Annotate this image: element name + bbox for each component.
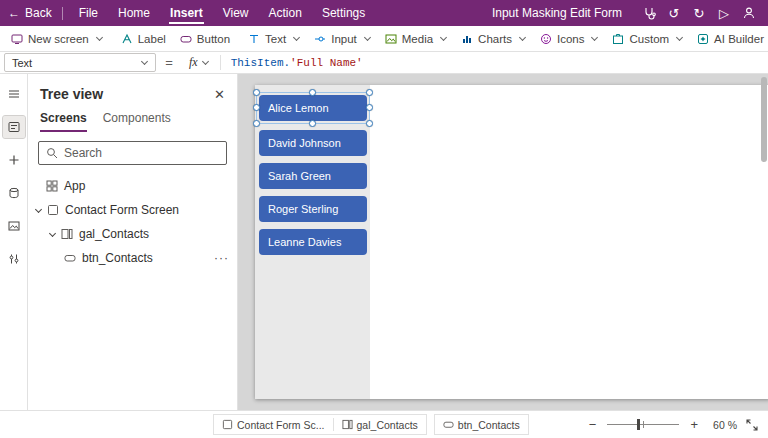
label-icon <box>121 33 133 45</box>
gallery-button[interactable]: Sarah Green <box>259 163 367 189</box>
zoom-slider-tick <box>643 421 644 428</box>
input-label: Input <box>331 33 357 45</box>
resize-handle-left[interactable] <box>253 104 260 111</box>
media-menu[interactable]: Media <box>378 26 454 51</box>
breadcrumb-button-tab[interactable]: btn_Contacts <box>434 414 529 435</box>
title-bar: ← Back File Home Insert View Action Sett… <box>0 0 768 26</box>
tree-item-label: App <box>64 179 85 193</box>
resize-handle-bottom[interactable] <box>309 120 316 127</box>
property-selector[interactable]: Text <box>4 53 156 72</box>
close-icon[interactable]: ✕ <box>214 87 225 102</box>
zoom-out-button[interactable]: − <box>587 417 599 432</box>
tree-item-app[interactable]: App <box>28 174 237 198</box>
gallery-button[interactable]: Leanne Davies <box>259 229 367 255</box>
search-icon <box>46 147 58 159</box>
zoom-percentage[interactable]: 60 % <box>709 419 737 431</box>
zoom-slider-thumb[interactable] <box>637 419 640 430</box>
chevron-down-icon <box>519 34 526 41</box>
menu-file[interactable]: File <box>69 0 108 26</box>
breadcrumb-gallery[interactable]: gal_Contacts <box>334 415 426 434</box>
new-screen-button[interactable]: New screen <box>4 26 110 51</box>
insert-plus-icon[interactable] <box>3 149 25 171</box>
text-icon <box>248 33 260 45</box>
scrollbar-thumb[interactable] <box>761 77 767 162</box>
formula-identifier: ThisItem. <box>231 57 290 69</box>
undo-icon[interactable]: ↺ <box>663 2 685 24</box>
expand-chevron-icon[interactable] <box>49 229 56 236</box>
charts-menu[interactable]: Charts <box>454 26 533 51</box>
custom-menu[interactable]: Custom <box>605 26 690 51</box>
resize-handle-top[interactable] <box>309 89 316 96</box>
chevron-down-icon <box>676 34 683 41</box>
text-label: Text <box>265 33 286 45</box>
screen-icon <box>47 204 59 216</box>
gallery-button-selected[interactable]: Alice Lemon <box>259 95 367 121</box>
hamburger-menu-icon[interactable] <box>3 83 25 105</box>
expand-chevron-icon[interactable] <box>35 205 42 212</box>
breadcrumb-screen[interactable]: Contact Form Sc... <box>214 415 333 434</box>
tree-search-box[interactable] <box>38 141 227 165</box>
ai-builder-menu[interactable]: AI Builder <box>690 26 768 51</box>
tree-view-icon[interactable] <box>3 116 25 138</box>
tab-screens[interactable]: Screens <box>40 108 87 132</box>
breadcrumb-label: gal_Contacts <box>357 419 418 431</box>
tree-search-input[interactable] <box>64 146 219 160</box>
breadcrumb-group: Contact Form Sc... gal_Contacts <box>213 414 427 435</box>
chevron-down-icon <box>202 58 209 65</box>
canvas-area: Alice Lemon David Johnson Sarah Green Ro… <box>238 74 768 410</box>
contacts-gallery[interactable]: Alice Lemon David Johnson Sarah Green Ro… <box>255 85 370 399</box>
redo-icon[interactable]: ↻ <box>688 2 710 24</box>
menu-action[interactable]: Action <box>259 0 312 26</box>
button-label: Button <box>197 33 230 45</box>
button-button[interactable]: Button <box>173 26 237 51</box>
tree-item-screen[interactable]: Contact Form Screen <box>28 198 237 222</box>
resize-handle-bottom-right[interactable] <box>366 120 373 127</box>
account-person-icon[interactable] <box>738 2 760 24</box>
advanced-tools-icon[interactable] <box>3 248 25 270</box>
gallery-icon <box>61 228 73 240</box>
zoom-in-button[interactable]: + <box>688 417 700 432</box>
resize-handle-top-left[interactable] <box>253 89 260 96</box>
formula-divider <box>220 55 221 70</box>
zoom-controls: − + 60 % <box>587 417 758 432</box>
menu-insert[interactable]: Insert <box>160 0 213 26</box>
icons-menu[interactable]: Icons <box>533 26 606 51</box>
menu-settings[interactable]: Settings <box>312 0 375 26</box>
label-button[interactable]: Label <box>114 26 173 51</box>
new-screen-icon <box>11 33 23 45</box>
gallery-button[interactable]: David Johnson <box>259 130 367 156</box>
data-sources-icon[interactable] <box>3 182 25 204</box>
resize-handle-right[interactable] <box>366 104 373 111</box>
custom-icon <box>612 33 624 45</box>
label-label: Label <box>138 33 166 45</box>
tree-item-button[interactable]: btn_Contacts ··· <box>28 246 237 270</box>
input-menu[interactable]: Input <box>307 26 378 51</box>
tab-components[interactable]: Components <box>103 108 171 132</box>
media-panel-icon[interactable] <box>3 215 25 237</box>
chevron-down-icon <box>293 34 300 41</box>
gallery-button[interactable]: Roger Sterling <box>259 196 367 222</box>
back-button[interactable]: ← Back <box>8 6 52 20</box>
button-icon <box>180 33 192 45</box>
screen-artboard[interactable]: Alice Lemon David Johnson Sarah Green Ro… <box>255 85 768 399</box>
canvas-vertical-scrollbar[interactable] <box>761 77 767 407</box>
app-checker-icon[interactable] <box>638 2 660 24</box>
fit-to-window-icon[interactable] <box>746 419 758 431</box>
tree-view-panel: Tree view ✕ Screens Components App C <box>28 74 238 410</box>
media-label: Media <box>402 33 433 45</box>
new-screen-label: New screen <box>28 33 89 45</box>
zoom-slider[interactable] <box>607 424 679 425</box>
preview-play-icon[interactable]: ▷ <box>713 2 735 24</box>
formula-input[interactable]: ThisItem. 'Full Name' <box>225 52 363 73</box>
text-menu[interactable]: Text <box>241 26 307 51</box>
menu-home[interactable]: Home <box>108 0 160 26</box>
gallery-icon <box>342 419 353 430</box>
button-control-icon <box>64 252 76 264</box>
resize-handle-bottom-left[interactable] <box>253 120 260 127</box>
resize-handle-top-right[interactable] <box>366 89 373 96</box>
menu-view[interactable]: View <box>213 0 259 26</box>
more-options-icon[interactable]: ··· <box>214 251 229 265</box>
fx-menu[interactable]: fx <box>182 52 216 73</box>
tree-item-gallery[interactable]: gal_Contacts <box>28 222 237 246</box>
tree-view-tabs: Screens Components <box>28 108 237 132</box>
